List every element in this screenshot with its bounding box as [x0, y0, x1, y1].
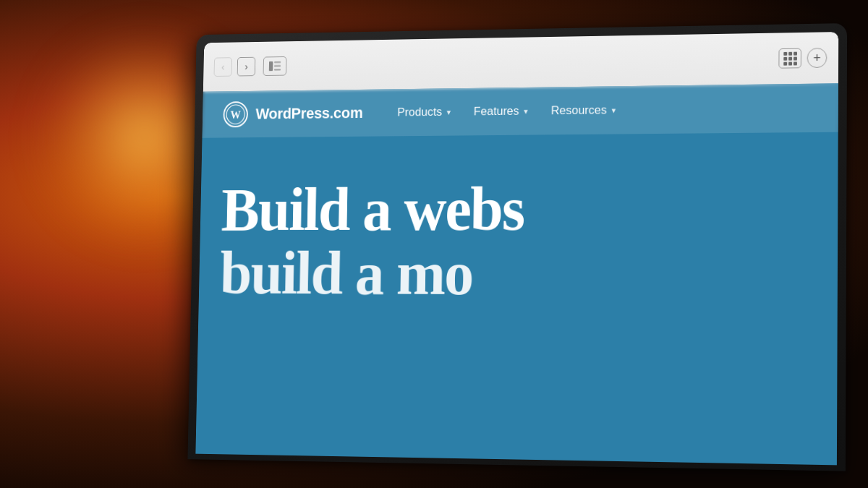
svg-rect-3: [274, 69, 281, 70]
nav-features[interactable]: Features ▼: [465, 100, 537, 123]
new-tab-button[interactable]: +: [807, 48, 827, 68]
resources-dropdown-arrow: ▼: [610, 106, 618, 114]
forward-button[interactable]: ›: [237, 57, 256, 77]
wordpress-nav-links: Products ▼ Features ▼ Resources ▼: [389, 99, 626, 124]
grid-icon: [783, 51, 797, 65]
wordpress-logo-icon: W: [223, 101, 248, 127]
tabs-grid-button[interactable]: [778, 48, 801, 69]
browser-chrome: ‹ ›: [203, 32, 838, 92]
website-content: W WordPress.com Products ▼ Features ▼ Re…: [195, 83, 838, 465]
laptop-frame: ‹ ›: [187, 23, 847, 471]
wordpress-logo[interactable]: W WordPress.com: [223, 100, 362, 127]
products-dropdown-arrow: ▼: [446, 108, 452, 116]
tab-controls: +: [778, 48, 827, 69]
wordpress-navbar: W WordPress.com Products ▼ Features ▼ Re…: [203, 83, 838, 137]
nav-resources[interactable]: Resources ▼: [542, 99, 625, 122]
laptop-bezel: ‹ ›: [195, 32, 838, 465]
svg-rect-2: [274, 65, 281, 67]
wordpress-logo-text: WordPress.com: [255, 104, 362, 123]
svg-rect-0: [269, 61, 273, 71]
svg-rect-1: [274, 61, 281, 63]
features-dropdown-arrow: ▼: [522, 107, 529, 115]
svg-text:W: W: [230, 108, 241, 121]
wordpress-hero: Build a webs build a mo: [199, 132, 838, 309]
sidebar-toggle-button[interactable]: [263, 56, 287, 76]
sidebar-icon: [269, 61, 281, 71]
back-button[interactable]: ‹: [214, 57, 233, 77]
nav-products[interactable]: Products ▼: [389, 100, 460, 124]
hero-title-line1: Build a webs: [221, 175, 815, 241]
hero-title-line2: build a mo: [219, 241, 814, 308]
